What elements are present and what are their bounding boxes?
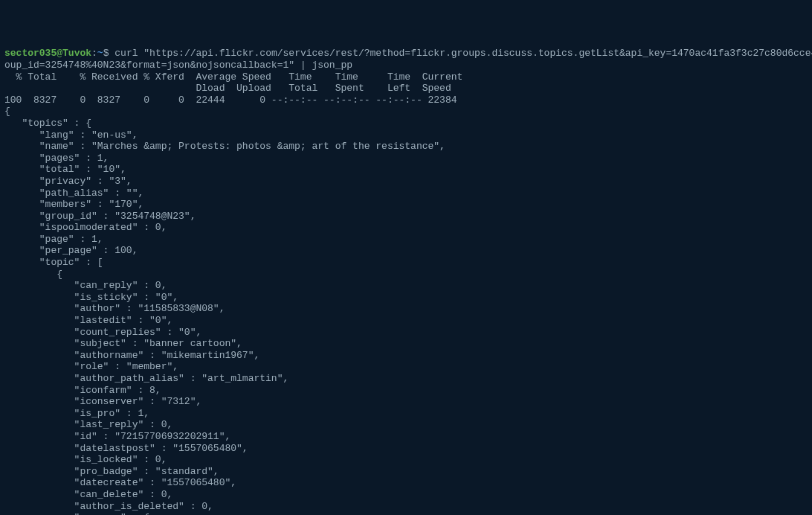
at-sign: @ bbox=[57, 48, 62, 59]
cwd: ~ bbox=[97, 48, 103, 59]
json-output: { "topics" : { "lang" : "en-us", "name" … bbox=[4, 106, 808, 515]
curl-header2: Dload Upload Total Spent Left Speed bbox=[4, 83, 451, 94]
curl-header: % Total % Received % Xferd Average Speed… bbox=[4, 71, 463, 83]
command-line1: curl "https://api.flickr.com/services/re… bbox=[115, 48, 812, 59]
terminal-output: sector035@Tuvok:~$ curl "https://api.fli… bbox=[4, 48, 808, 515]
prompt-colon: : bbox=[91, 48, 97, 59]
username: sector035 bbox=[4, 48, 57, 59]
curl-progress: 100 8327 0 8327 0 0 22444 0 --:--:-- --:… bbox=[4, 95, 457, 106]
command-line2: oup_id=3254748%40N23&format=json&nojsonc… bbox=[4, 60, 352, 71]
prompt-line: sector035@Tuvok:~$ curl "https://api.fli… bbox=[4, 48, 812, 59]
hostname: Tuvok bbox=[62, 48, 91, 59]
